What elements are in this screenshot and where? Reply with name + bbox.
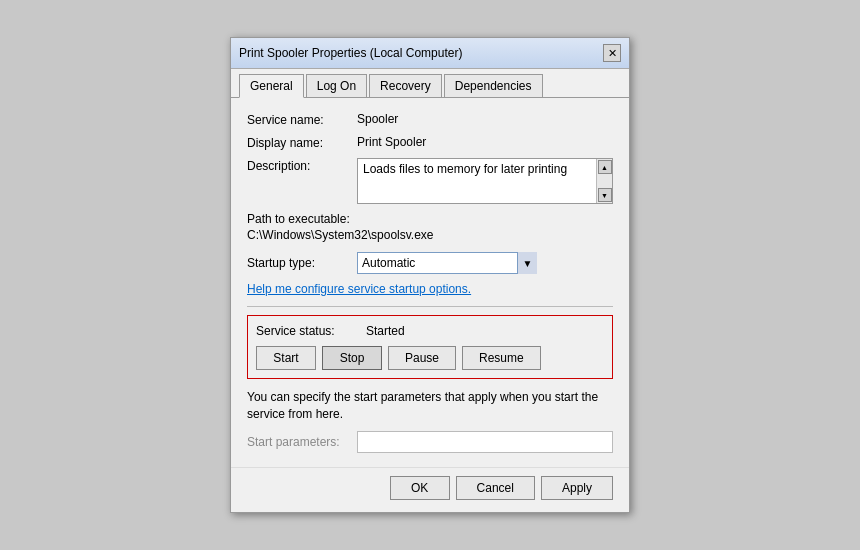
apply-button[interactable]: Apply [541,476,613,500]
resume-button[interactable]: Resume [462,346,541,370]
tab-dependencies[interactable]: Dependencies [444,74,543,98]
dialog-footer: OK Cancel Apply [231,467,629,512]
stop-button[interactable]: Stop [322,346,382,370]
service-status-section: Service status: Started Start Stop Pause… [247,315,613,379]
description-box[interactable]: Loads files to memory for later printing… [357,158,613,204]
tab-content: Service name: Spooler Display name: Prin… [231,98,629,467]
path-label: Path to executable: [247,212,613,226]
status-value: Started [366,324,405,338]
pause-button[interactable]: Pause [388,346,456,370]
params-input[interactable] [357,431,613,453]
startup-row: Startup type: Automatic Manual Disabled … [247,252,613,274]
params-row: Start parameters: [247,431,613,453]
tab-general[interactable]: General [239,74,304,98]
tab-bar: General Log On Recovery Dependencies [231,69,629,98]
path-row: Path to executable: C:\Windows\System32\… [247,212,613,242]
scroll-down-btn[interactable]: ▼ [598,188,612,202]
divider [247,306,613,307]
title-bar: Print Spooler Properties (Local Computer… [231,38,629,69]
service-buttons: Start Stop Pause Resume [256,346,604,370]
service-name-label: Service name: [247,112,357,127]
startup-label: Startup type: [247,256,357,270]
status-label: Service status: [256,324,366,338]
status-row: Service status: Started [256,324,604,338]
params-label: Start parameters: [247,435,357,449]
display-name-label: Display name: [247,135,357,150]
description-text: Loads files to memory for later printing [358,159,596,203]
params-note: You can specify the start parameters tha… [247,389,613,423]
display-name-row: Display name: Print Spooler [247,135,613,150]
description-label: Description: [247,158,357,173]
ok-button[interactable]: OK [390,476,450,500]
service-name-row: Service name: Spooler [247,112,613,127]
scroll-up-btn[interactable]: ▲ [598,160,612,174]
tab-logon[interactable]: Log On [306,74,367,98]
dialog-title: Print Spooler Properties (Local Computer… [239,46,462,60]
service-name-value: Spooler [357,112,398,126]
startup-select[interactable]: Automatic Manual Disabled [357,252,537,274]
start-button[interactable]: Start [256,346,316,370]
dialog-window: Print Spooler Properties (Local Computer… [230,37,630,513]
tab-recovery[interactable]: Recovery [369,74,442,98]
close-button[interactable]: ✕ [603,44,621,62]
description-scrollbar[interactable]: ▲ ▼ [596,159,612,203]
display-name-value: Print Spooler [357,135,426,149]
path-value: C:\Windows\System32\spoolsv.exe [247,228,613,242]
help-link[interactable]: Help me configure service startup option… [247,282,613,296]
cancel-button[interactable]: Cancel [456,476,535,500]
startup-select-wrapper[interactable]: Automatic Manual Disabled ▼ [357,252,537,274]
description-row: Description: Loads files to memory for l… [247,158,613,204]
